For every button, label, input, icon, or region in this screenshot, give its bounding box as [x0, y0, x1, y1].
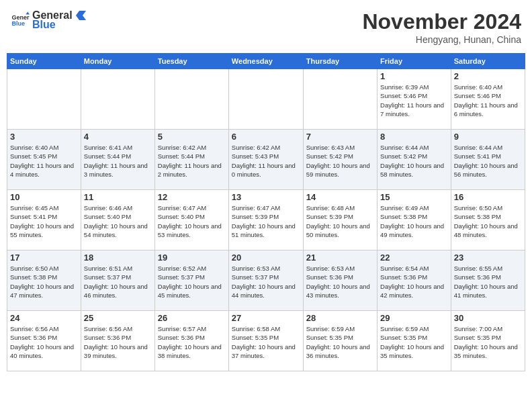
- day-number: 17: [10, 253, 78, 263]
- calendar-body: 1Sunrise: 6:39 AM Sunset: 5:46 PM Daylig…: [7, 69, 525, 371]
- day-number: 22: [380, 253, 448, 263]
- day-info: Sunrise: 6:43 AM Sunset: 5:42 PM Dayligh…: [306, 143, 374, 179]
- day-info: Sunrise: 6:56 AM Sunset: 5:36 PM Dayligh…: [84, 324, 152, 360]
- week-row-2: 10Sunrise: 6:45 AM Sunset: 5:41 PM Dayli…: [7, 190, 525, 250]
- day-info: Sunrise: 6:47 AM Sunset: 5:40 PM Dayligh…: [158, 203, 226, 239]
- calendar-cell: [303, 69, 377, 130]
- day-number: 25: [84, 313, 152, 323]
- calendar-cell: 6Sunrise: 6:42 AM Sunset: 5:43 PM Daylig…: [228, 130, 303, 190]
- calendar-cell: 23Sunrise: 6:55 AM Sunset: 5:36 PM Dayli…: [451, 250, 525, 311]
- calendar-cell: 15Sunrise: 6:49 AM Sunset: 5:38 PM Dayli…: [378, 190, 451, 250]
- calendar-cell: 14Sunrise: 6:48 AM Sunset: 5:39 PM Dayli…: [303, 190, 377, 250]
- day-header-wednesday: Wednesday: [228, 54, 303, 69]
- days-header-row: SundayMondayTuesdayWednesdayThursdayFrid…: [7, 54, 525, 69]
- day-number: 24: [10, 313, 78, 323]
- day-info: Sunrise: 6:53 AM Sunset: 5:36 PM Dayligh…: [306, 264, 374, 300]
- day-info: Sunrise: 6:59 AM Sunset: 5:35 PM Dayligh…: [306, 324, 374, 360]
- svg-marker-2: [26, 11, 30, 14]
- day-info: Sunrise: 6:54 AM Sunset: 5:36 PM Dayligh…: [380, 264, 448, 300]
- day-number: 18: [84, 253, 152, 263]
- calendar-cell: 9Sunrise: 6:44 AM Sunset: 5:41 PM Daylig…: [451, 130, 525, 190]
- day-number: 30: [454, 313, 522, 323]
- calendar-cell: 2Sunrise: 6:40 AM Sunset: 5:46 PM Daylig…: [451, 69, 525, 130]
- day-info: Sunrise: 6:47 AM Sunset: 5:39 PM Dayligh…: [232, 203, 300, 239]
- month-title: November 2024: [362, 9, 521, 34]
- day-info: Sunrise: 7:00 AM Sunset: 5:35 PM Dayligh…: [454, 324, 522, 360]
- day-info: Sunrise: 6:45 AM Sunset: 5:41 PM Dayligh…: [10, 203, 78, 239]
- location: Hengyang, Hunan, China: [362, 34, 521, 45]
- day-number: 23: [454, 253, 522, 263]
- svg-marker-3: [76, 11, 86, 20]
- day-info: Sunrise: 6:52 AM Sunset: 5:37 PM Dayligh…: [158, 264, 226, 300]
- day-info: Sunrise: 6:40 AM Sunset: 5:45 PM Dayligh…: [10, 143, 78, 179]
- day-number: 21: [306, 253, 374, 263]
- day-info: Sunrise: 6:53 AM Sunset: 5:37 PM Dayligh…: [232, 264, 300, 300]
- day-info: Sunrise: 6:44 AM Sunset: 5:41 PM Dayligh…: [454, 143, 522, 179]
- week-row-0: 1Sunrise: 6:39 AM Sunset: 5:46 PM Daylig…: [7, 69, 525, 130]
- day-number: 29: [380, 313, 448, 323]
- calendar: SundayMondayTuesdayWednesdayThursdayFrid…: [7, 53, 525, 371]
- day-info: Sunrise: 6:50 AM Sunset: 5:38 PM Dayligh…: [454, 203, 522, 239]
- week-row-3: 17Sunrise: 6:50 AM Sunset: 5:38 PM Dayli…: [7, 250, 525, 311]
- day-number: 5: [158, 132, 226, 142]
- calendar-cell: [228, 69, 303, 130]
- calendar-cell: 10Sunrise: 6:45 AM Sunset: 5:41 PM Dayli…: [7, 190, 81, 250]
- calendar-cell: 17Sunrise: 6:50 AM Sunset: 5:38 PM Dayli…: [7, 250, 81, 311]
- calendar-cell: [7, 69, 81, 130]
- day-info: Sunrise: 6:58 AM Sunset: 5:35 PM Dayligh…: [232, 324, 300, 360]
- calendar-cell: 25Sunrise: 6:56 AM Sunset: 5:36 PM Dayli…: [81, 311, 154, 371]
- day-number: 11: [84, 192, 152, 202]
- day-number: 19: [158, 253, 226, 263]
- day-info: Sunrise: 6:48 AM Sunset: 5:39 PM Dayligh…: [306, 203, 374, 239]
- day-number: 9: [454, 132, 522, 142]
- day-number: 16: [454, 192, 522, 202]
- day-number: 12: [158, 192, 226, 202]
- day-number: 15: [380, 192, 448, 202]
- day-info: Sunrise: 6:44 AM Sunset: 5:42 PM Dayligh…: [380, 143, 448, 179]
- day-number: 28: [306, 313, 374, 323]
- day-info: Sunrise: 6:49 AM Sunset: 5:38 PM Dayligh…: [380, 203, 448, 239]
- calendar-cell: 5Sunrise: 6:42 AM Sunset: 5:44 PM Daylig…: [154, 130, 228, 190]
- day-info: Sunrise: 6:57 AM Sunset: 5:36 PM Dayligh…: [158, 324, 226, 360]
- day-info: Sunrise: 6:39 AM Sunset: 5:46 PM Dayligh…: [380, 83, 448, 118]
- day-number: 20: [232, 253, 300, 263]
- calendar-cell: 29Sunrise: 6:59 AM Sunset: 5:35 PM Dayli…: [378, 311, 451, 371]
- day-header-monday: Monday: [81, 54, 154, 69]
- calendar-cell: 24Sunrise: 6:56 AM Sunset: 5:36 PM Dayli…: [7, 311, 81, 371]
- week-row-4: 24Sunrise: 6:56 AM Sunset: 5:36 PM Dayli…: [7, 311, 525, 371]
- calendar-cell: 21Sunrise: 6:53 AM Sunset: 5:36 PM Dayli…: [303, 250, 377, 311]
- day-info: Sunrise: 6:55 AM Sunset: 5:36 PM Dayligh…: [454, 264, 522, 300]
- calendar-cell: 8Sunrise: 6:44 AM Sunset: 5:42 PM Daylig…: [378, 130, 451, 190]
- logo: General Blue General Blue: [11, 9, 86, 31]
- day-number: 1: [380, 71, 448, 81]
- day-number: 2: [454, 71, 522, 81]
- day-info: Sunrise: 6:41 AM Sunset: 5:44 PM Dayligh…: [84, 143, 152, 179]
- calendar-cell: 18Sunrise: 6:51 AM Sunset: 5:37 PM Dayli…: [81, 250, 154, 311]
- calendar-cell: 3Sunrise: 6:40 AM Sunset: 5:45 PM Daylig…: [7, 130, 81, 190]
- calendar-cell: 27Sunrise: 6:58 AM Sunset: 5:35 PM Dayli…: [228, 311, 303, 371]
- calendar-cell: 20Sunrise: 6:53 AM Sunset: 5:37 PM Dayli…: [228, 250, 303, 311]
- calendar-cell: 22Sunrise: 6:54 AM Sunset: 5:36 PM Dayli…: [378, 250, 451, 311]
- calendar-cell: 7Sunrise: 6:43 AM Sunset: 5:42 PM Daylig…: [303, 130, 377, 190]
- day-number: 27: [232, 313, 300, 323]
- calendar-cell: 19Sunrise: 6:52 AM Sunset: 5:37 PM Dayli…: [154, 250, 228, 311]
- day-number: 26: [158, 313, 226, 323]
- calendar-cell: 4Sunrise: 6:41 AM Sunset: 5:44 PM Daylig…: [81, 130, 154, 190]
- day-number: 7: [306, 132, 374, 142]
- logo-icon: General Blue: [11, 11, 30, 30]
- day-info: Sunrise: 6:42 AM Sunset: 5:43 PM Dayligh…: [232, 143, 300, 179]
- calendar-cell: 1Sunrise: 6:39 AM Sunset: 5:46 PM Daylig…: [378, 69, 451, 130]
- calendar-cell: [81, 69, 154, 130]
- day-header-thursday: Thursday: [303, 54, 377, 69]
- calendar-cell: 16Sunrise: 6:50 AM Sunset: 5:38 PM Dayli…: [451, 190, 525, 250]
- day-info: Sunrise: 6:46 AM Sunset: 5:40 PM Dayligh…: [84, 203, 152, 239]
- day-number: 13: [232, 192, 300, 202]
- logo-arrow-icon: [74, 9, 86, 21]
- day-info: Sunrise: 6:40 AM Sunset: 5:46 PM Dayligh…: [454, 83, 522, 118]
- day-info: Sunrise: 6:59 AM Sunset: 5:35 PM Dayligh…: [380, 324, 448, 360]
- day-info: Sunrise: 6:50 AM Sunset: 5:38 PM Dayligh…: [10, 264, 78, 300]
- day-number: 4: [84, 132, 152, 142]
- day-info: Sunrise: 6:42 AM Sunset: 5:44 PM Dayligh…: [158, 143, 226, 179]
- calendar-cell: 12Sunrise: 6:47 AM Sunset: 5:40 PM Dayli…: [154, 190, 228, 250]
- week-row-1: 3Sunrise: 6:40 AM Sunset: 5:45 PM Daylig…: [7, 130, 525, 190]
